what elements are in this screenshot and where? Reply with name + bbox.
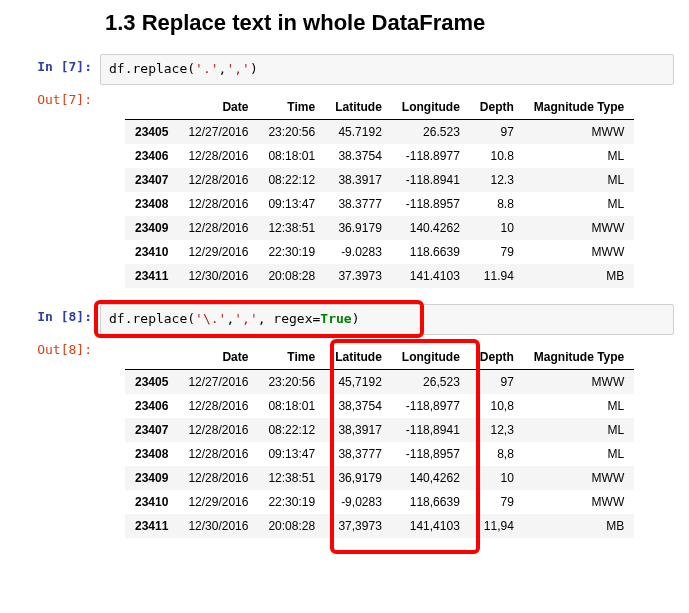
table-cell: ML bbox=[524, 394, 634, 418]
in-prompt-8: In [8]: bbox=[15, 304, 100, 324]
table-column-header: Depth bbox=[470, 95, 524, 120]
table-column-header: Magnitude Type bbox=[524, 95, 634, 120]
table-cell: 12/29/2016 bbox=[178, 240, 258, 264]
table-row: 2340512/27/201623:20:5645,719226,52397MW… bbox=[125, 369, 634, 394]
table-row: 2340912/28/201612:38:5136,9179140,426210… bbox=[125, 466, 634, 490]
table-cell: 12/30/2016 bbox=[178, 264, 258, 288]
table-cell: 10 bbox=[470, 466, 524, 490]
table-cell: 36,9179 bbox=[325, 466, 392, 490]
code-str: ',' bbox=[234, 311, 257, 326]
table-cell: -118,8957 bbox=[392, 442, 470, 466]
table-cell: 141.4103 bbox=[392, 264, 470, 288]
table-cell: MWW bbox=[524, 369, 634, 394]
table-cell: MWW bbox=[524, 240, 634, 264]
table-cell: 118,6639 bbox=[392, 490, 470, 514]
section-heading: 1.3 Replace text in whole DataFrame bbox=[105, 10, 674, 36]
table-cell: MWW bbox=[524, 119, 634, 144]
table-cell: 11.94 bbox=[470, 264, 524, 288]
code-true: True bbox=[320, 311, 351, 326]
table-column-header: Depth bbox=[470, 345, 524, 370]
table-cell: ML bbox=[524, 192, 634, 216]
table-row-index: 23405 bbox=[125, 119, 178, 144]
table-cell: 8,8 bbox=[470, 442, 524, 466]
code-str: ',' bbox=[226, 61, 249, 76]
table-cell: MB bbox=[524, 514, 634, 538]
table-index-header bbox=[125, 345, 178, 370]
table-cell: 08:18:01 bbox=[258, 144, 325, 168]
code-input-8[interactable]: df.replace('\.',',', regex=True) bbox=[100, 304, 674, 335]
table-column-header: Date bbox=[178, 95, 258, 120]
table-cell: 11,94 bbox=[470, 514, 524, 538]
table-row-index: 23409 bbox=[125, 466, 178, 490]
table-column-header: Magnitude Type bbox=[524, 345, 634, 370]
cell-input-7: In [7]: df.replace('.',',') bbox=[15, 54, 674, 85]
table-cell: 09:13:47 bbox=[258, 192, 325, 216]
table-row-index: 23407 bbox=[125, 418, 178, 442]
table-cell: 26.523 bbox=[392, 119, 470, 144]
table-cell: 12/29/2016 bbox=[178, 490, 258, 514]
table-cell: 118.6639 bbox=[392, 240, 470, 264]
table-column-header: Date bbox=[178, 345, 258, 370]
table-row: 2340812/28/201609:13:4738.3777-118.89578… bbox=[125, 192, 634, 216]
table-cell: 38,3917 bbox=[325, 418, 392, 442]
table-column-header: Time bbox=[258, 345, 325, 370]
table-cell: 140,4262 bbox=[392, 466, 470, 490]
table-cell: 10.8 bbox=[470, 144, 524, 168]
table-column-header: Longitude bbox=[392, 345, 470, 370]
table-row-index: 23410 bbox=[125, 490, 178, 514]
table-cell: -118.8957 bbox=[392, 192, 470, 216]
table-cell: 12/28/2016 bbox=[178, 394, 258, 418]
table-column-header: Longitude bbox=[392, 95, 470, 120]
table-cell: 140.4262 bbox=[392, 216, 470, 240]
table-cell: 23:20:56 bbox=[258, 119, 325, 144]
table-cell: 12/28/2016 bbox=[178, 442, 258, 466]
table-column-header: Time bbox=[258, 95, 325, 120]
dataframe-output-7: DateTimeLatitudeLongitudeDepthMagnitude … bbox=[125, 95, 634, 288]
table-cell: 08:18:01 bbox=[258, 394, 325, 418]
table-cell: 79 bbox=[470, 240, 524, 264]
table-cell: MWW bbox=[524, 216, 634, 240]
table-cell: 12/28/2016 bbox=[178, 418, 258, 442]
table-row: 2341112/30/201620:08:2837,3973141,410311… bbox=[125, 514, 634, 538]
table-row-index: 23405 bbox=[125, 369, 178, 394]
table-cell: 12.3 bbox=[470, 168, 524, 192]
table-row: 2340612/28/201608:18:0138,3754-118,89771… bbox=[125, 394, 634, 418]
in-prompt-7: In [7]: bbox=[15, 54, 100, 74]
table-cell: 12/28/2016 bbox=[178, 192, 258, 216]
table-cell: -9,0283 bbox=[325, 490, 392, 514]
table-cell: 38.3777 bbox=[325, 192, 392, 216]
code-kwarg: , regex= bbox=[258, 311, 321, 326]
table-cell: 12/30/2016 bbox=[178, 514, 258, 538]
table-cell: 23:20:56 bbox=[258, 369, 325, 394]
output-area-8: DateTimeLatitudeLongitudeDepthMagnitude … bbox=[100, 337, 674, 552]
table-row: 2340912/28/201612:38:5136.9179140.426210… bbox=[125, 216, 634, 240]
table-cell: 22:30:19 bbox=[258, 490, 325, 514]
table-cell: 12/27/2016 bbox=[178, 369, 258, 394]
table-cell: 10,8 bbox=[470, 394, 524, 418]
code-str: '.' bbox=[195, 61, 218, 76]
table-row-index: 23408 bbox=[125, 192, 178, 216]
table-cell: -118.8941 bbox=[392, 168, 470, 192]
table-column-header: Latitude bbox=[325, 345, 392, 370]
table-cell: 12/28/2016 bbox=[178, 466, 258, 490]
table-cell: 20:08:28 bbox=[258, 514, 325, 538]
code-input-7[interactable]: df.replace('.',',') bbox=[100, 54, 674, 85]
table-cell: 38.3754 bbox=[325, 144, 392, 168]
table-cell: 141,4103 bbox=[392, 514, 470, 538]
table-index-header bbox=[125, 95, 178, 120]
table-cell: 08:22:12 bbox=[258, 168, 325, 192]
table-row: 2340712/28/201608:22:1238.3917-118.89411… bbox=[125, 168, 634, 192]
table-column-header: Latitude bbox=[325, 95, 392, 120]
table-cell: -118,8941 bbox=[392, 418, 470, 442]
table-cell: 12,3 bbox=[470, 418, 524, 442]
table-cell: 12/28/2016 bbox=[178, 168, 258, 192]
table-cell: 12/28/2016 bbox=[178, 216, 258, 240]
table-cell: 8.8 bbox=[470, 192, 524, 216]
table-row: 2341012/29/201622:30:19-9.0283118.663979… bbox=[125, 240, 634, 264]
table-cell: 38,3754 bbox=[325, 394, 392, 418]
table-cell: MWW bbox=[524, 466, 634, 490]
output-area-7: DateTimeLatitudeLongitudeDepthMagnitude … bbox=[100, 87, 674, 302]
table-cell: 12:38:51 bbox=[258, 466, 325, 490]
table-row-index: 23411 bbox=[125, 514, 178, 538]
table-cell: 10 bbox=[470, 216, 524, 240]
